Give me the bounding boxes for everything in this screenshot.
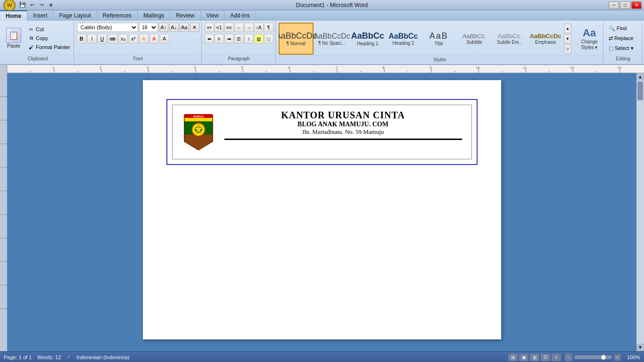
style-subtle-emphasis[interactable]: AaBbCc. Subtle Em... xyxy=(493,23,527,55)
zoom-out-button[interactable]: − xyxy=(565,354,572,361)
tab-review[interactable]: Review xyxy=(170,10,200,21)
bold-button[interactable]: B xyxy=(77,34,86,43)
style-heading2[interactable]: AaBbCc Heading 2 xyxy=(386,23,421,55)
line-spacing-button[interactable]: ↕ xyxy=(244,34,254,43)
ruler-svg: 1 2 3 4 5 6 7 8 xyxy=(7,65,644,73)
web-layout-button[interactable]: ▥ xyxy=(530,354,539,361)
styles-scroll-down[interactable]: ▼ xyxy=(564,34,571,43)
outline-view-button[interactable]: ☰ xyxy=(541,354,550,361)
format-painter-button[interactable]: 🖌 Format Painter xyxy=(26,43,72,51)
ribbon-content: 📋 Paste ✂ Cut ⧉ Copy 🖌 Format Painter xyxy=(0,21,644,64)
style-subtitle-preview: AaBbCc. xyxy=(462,33,486,40)
full-screen-button[interactable]: ▣ xyxy=(519,354,528,361)
strikethrough-button[interactable]: ab xyxy=(108,34,117,43)
grow-font-button[interactable]: A↑ xyxy=(159,23,168,32)
tab-view[interactable]: View xyxy=(201,10,225,21)
draft-view-button[interactable]: ≡ xyxy=(552,354,561,361)
tab-addins[interactable]: Add-Ins xyxy=(224,10,256,21)
tab-page-layout[interactable]: Page Layout xyxy=(53,10,97,21)
editing-group: 🔍 Find ⇄ Replace ⬚ Select ▾ Editing xyxy=(604,22,642,63)
font-color-button[interactable]: A xyxy=(149,34,159,43)
align-center-button[interactable]: ≡ xyxy=(215,34,224,43)
vertical-scrollbar[interactable]: ▲ ▼ xyxy=(636,73,644,351)
svg-text:9: 9 xyxy=(429,66,432,70)
style-h1-preview: AaBbCc xyxy=(351,31,384,41)
tab-references[interactable]: References xyxy=(97,10,138,21)
scroll-thumb[interactable] xyxy=(637,82,643,100)
style-emphasis[interactable]: AaBbCcDc Emphasis xyxy=(528,23,563,55)
superscript-button[interactable]: x² xyxy=(129,34,138,43)
style-normal[interactable]: AaBbCcDc ¶ Normal xyxy=(279,23,314,55)
print-layout-button[interactable]: ▤ xyxy=(508,354,518,361)
undo-button[interactable]: ↩ xyxy=(28,1,36,9)
clipboard-group-content: 📋 Paste ✂ Cut ⧉ Copy 🖌 Format Painter xyxy=(4,23,72,54)
tab-insert[interactable]: Insert xyxy=(27,10,53,21)
align-right-button[interactable]: ➡ xyxy=(224,34,234,43)
text-effects-button[interactable]: A xyxy=(160,34,169,43)
bullets-button[interactable]: ≡• xyxy=(205,23,214,32)
sort-button[interactable]: ↕A xyxy=(254,23,264,32)
style-heading1[interactable]: AaBbCc Heading 1 xyxy=(350,23,385,55)
zoom-thumb[interactable] xyxy=(601,354,606,360)
scroll-up-button[interactable]: ▲ xyxy=(636,73,644,81)
copy-button[interactable]: ⧉ Copy xyxy=(26,34,72,42)
clear-formatting-button[interactable]: ✕ xyxy=(190,23,199,32)
zoom-slider[interactable] xyxy=(574,355,612,359)
styles-expand[interactable]: ▽ xyxy=(564,44,571,54)
style-no-spacing[interactable]: AaBbCcDc ¶ No Spaci... xyxy=(314,23,349,55)
style-subtitle[interactable]: AaBbCc. Subtitle xyxy=(457,23,491,55)
styles-group: AaBbCcDc ¶ Normal AaBbCcDc ¶ No Spaci...… xyxy=(277,22,603,63)
redo-button[interactable]: ↪ xyxy=(37,1,46,9)
maximize-button[interactable]: □ xyxy=(620,1,630,9)
justify-button[interactable]: ☰ xyxy=(234,34,244,43)
italic-button[interactable]: I xyxy=(87,34,97,43)
font-size-select[interactable]: 16 xyxy=(139,23,158,32)
select-label: Select ▾ xyxy=(615,45,634,51)
change-styles-label: ChangeStyles ▾ xyxy=(581,39,597,50)
select-button[interactable]: ⬚ Select ▾ xyxy=(606,44,640,53)
close-button[interactable]: ✕ xyxy=(631,1,642,9)
align-left-button[interactable]: ⬅ xyxy=(205,34,214,43)
show-hide-button[interactable]: ¶ xyxy=(264,23,273,32)
cut-button[interactable]: ✂ Cut xyxy=(26,25,72,33)
borders-button[interactable]: □ xyxy=(264,34,273,43)
indent-increase-button[interactable]: → xyxy=(244,23,254,32)
style-title[interactable]: AaB Title xyxy=(421,23,456,55)
minimize-button[interactable]: ─ xyxy=(609,1,619,9)
style-title-preview: AaB xyxy=(429,31,448,41)
language[interactable]: Indonesian (Indonesia) xyxy=(76,354,129,360)
zoom-in-button[interactable]: + xyxy=(614,354,621,361)
change-case-button[interactable]: Aa xyxy=(180,23,189,32)
tab-mailings[interactable]: Mailings xyxy=(138,10,170,21)
save-button[interactable]: 💾 xyxy=(18,1,27,9)
multilevel-button[interactable]: ≡≡ xyxy=(224,23,234,32)
editing-group-label: Editing xyxy=(606,55,640,62)
numbering-button[interactable]: ≡1 xyxy=(215,23,224,32)
styles-scroll-up[interactable]: ▲ xyxy=(564,24,571,33)
paste-button[interactable]: 📋 Paste xyxy=(4,26,24,50)
svg-text:11: 11 xyxy=(523,66,527,70)
font-family-select[interactable]: Calibri (Body) xyxy=(77,23,138,32)
highlight-button[interactable]: A xyxy=(139,34,149,43)
subscript-button[interactable]: x₂ xyxy=(118,34,128,43)
shrink-font-button[interactable]: A↓ xyxy=(169,23,179,32)
zoom-level[interactable]: 100% xyxy=(623,354,640,360)
document-scroll-area[interactable]: MAMUJU KANTOR URUSAN CINTA BLOG ANAK MAM… xyxy=(7,73,636,351)
replace-button[interactable]: ⇄ Replace xyxy=(606,34,640,43)
find-button[interactable]: 🔍 Find xyxy=(606,24,640,33)
indent-decrease-button[interactable]: ← xyxy=(234,23,244,32)
ribbon-tabs: Home Insert Page Layout References Maili… xyxy=(0,10,644,21)
scissors-icon: ✂ xyxy=(28,26,34,33)
status-bar-right: ▤ ▣ ▥ ☰ ≡ − + 100% xyxy=(508,354,640,361)
document-body[interactable] xyxy=(166,170,478,302)
tab-home[interactable]: Home xyxy=(0,10,27,21)
svg-text:7: 7 xyxy=(335,66,338,70)
office-button[interactable]: W xyxy=(3,0,16,11)
shading-button[interactable]: ▥ xyxy=(254,34,264,43)
change-styles-button[interactable]: Aa ChangeStyles ▾ xyxy=(578,25,601,52)
style-h2-preview: AaBbCc xyxy=(388,32,418,41)
underline-button[interactable]: U xyxy=(98,34,107,43)
vertical-ruler xyxy=(0,73,7,351)
scroll-down-button[interactable]: ▼ xyxy=(636,344,644,351)
quick-access-dropdown[interactable]: ▼ xyxy=(47,1,55,9)
